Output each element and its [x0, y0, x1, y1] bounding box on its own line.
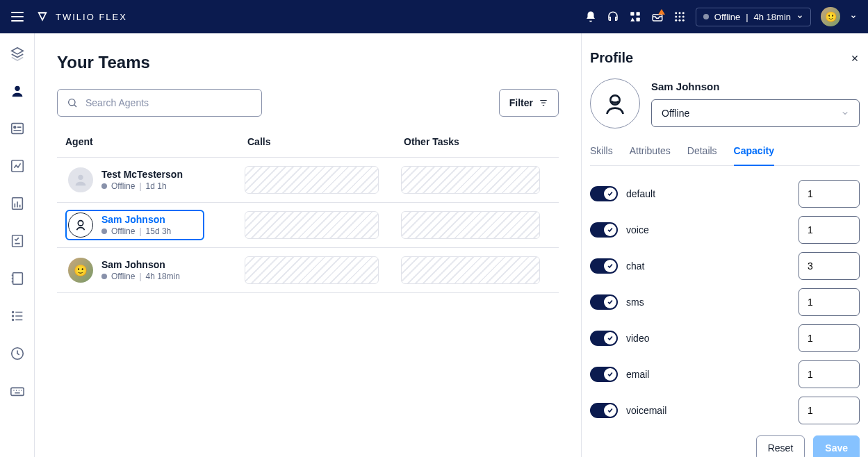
- svg-point-20: [12, 312, 13, 313]
- capacity-toggle[interactable]: [590, 222, 618, 238]
- nav-queues-icon[interactable]: [10, 121, 25, 136]
- svg-point-9: [682, 16, 685, 18]
- tab-skills[interactable]: Skills: [590, 141, 613, 166]
- status-dot-icon: [101, 228, 107, 234]
- col-calls: Calls: [247, 136, 404, 147]
- svg-point-15: [13, 126, 15, 128]
- capacity-toggle[interactable]: [590, 367, 618, 382]
- top-bar: TWILIO FLEX Offline | 4h 18min 🙂: [0, 0, 868, 33]
- capacity-label: video: [626, 333, 649, 344]
- svg-point-27: [78, 221, 83, 226]
- agent-status-selector[interactable]: Offline | 4h 18min: [696, 8, 811, 26]
- capacity-row: default: [590, 180, 860, 208]
- nav-history-icon[interactable]: [10, 346, 25, 361]
- svg-point-7: [675, 16, 677, 18]
- profile-status-select[interactable]: Offline: [651, 99, 860, 127]
- capacity-input[interactable]: [799, 397, 860, 424]
- user-avatar[interactable]: 🙂: [821, 7, 840, 26]
- close-icon[interactable]: [850, 53, 860, 63]
- nav-keyboard-icon[interactable]: [10, 383, 25, 399]
- nav-tasks-icon[interactable]: [10, 233, 25, 249]
- capacity-list: default voice chat: [590, 180, 860, 424]
- other-tasks-placeholder: [401, 166, 540, 194]
- svg-point-21: [12, 315, 13, 317]
- col-agent: Agent: [65, 136, 247, 147]
- capacity-toggle[interactable]: [590, 331, 618, 346]
- capacity-input[interactable]: [799, 288, 860, 316]
- capacity-row: voice: [590, 216, 860, 244]
- agent-status: Offline | 1d 1h: [101, 181, 183, 191]
- capacity-input[interactable]: [799, 180, 860, 208]
- apps-grid-icon[interactable]: [673, 10, 686, 23]
- capacity-input[interactable]: [799, 216, 860, 244]
- brand-text: TWILIO FLEX: [56, 12, 127, 22]
- inbox-icon[interactable]: [651, 10, 664, 23]
- page-title: Your Teams: [57, 53, 559, 72]
- svg-point-4: [675, 12, 677, 14]
- capacity-toggle[interactable]: [590, 186, 618, 201]
- nav-layers-icon[interactable]: [10, 46, 25, 61]
- headset-icon[interactable]: [607, 10, 619, 23]
- svg-point-8: [678, 16, 680, 18]
- svg-point-12: [682, 19, 685, 22]
- calls-placeholder: [245, 211, 379, 239]
- avatar-placeholder-icon: [68, 167, 93, 192]
- capacity-toggle[interactable]: [590, 258, 618, 274]
- agent-row[interactable]: Test McTesterson Offline | 1d 1h: [57, 157, 559, 202]
- capacity-toggle[interactable]: [590, 403, 618, 418]
- nav-reports-icon[interactable]: [10, 196, 25, 211]
- svg-point-25: [69, 99, 75, 106]
- svg-point-13: [15, 86, 19, 91]
- capacity-input[interactable]: [799, 324, 860, 352]
- search-input[interactable]: [57, 89, 262, 117]
- svg-point-11: [678, 19, 680, 22]
- search-agents: [57, 89, 262, 117]
- filter-button[interactable]: Filter: [499, 89, 559, 117]
- other-tasks-placeholder: [401, 256, 540, 284]
- notification-indicator-icon: [658, 9, 665, 15]
- agent-status: Offline | 15d 3h: [101, 226, 171, 236]
- agents-table-header: Agent Calls Other Tasks: [57, 136, 559, 157]
- capacity-label: sms: [626, 297, 644, 308]
- bell-icon[interactable]: [584, 10, 597, 23]
- brand: TWILIO FLEX: [36, 10, 127, 23]
- col-other: Other Tasks: [404, 136, 550, 147]
- avatar-chevron-down-icon[interactable]: [850, 13, 857, 20]
- menu-icon[interactable]: [11, 12, 24, 22]
- svg-rect-14: [11, 124, 23, 134]
- agent-status: Offline | 4h 18min: [101, 272, 180, 281]
- svg-rect-0: [630, 12, 634, 15]
- status-sep: |: [746, 12, 748, 22]
- svg-rect-2: [636, 18, 639, 22]
- capacity-label: default: [626, 188, 655, 199]
- filter-label: Filter: [509, 97, 533, 108]
- capacity-row: chat: [590, 252, 860, 280]
- svg-rect-24: [10, 388, 23, 395]
- avatar-photo: 🙂: [68, 258, 93, 283]
- avatar-outline-icon: [68, 213, 93, 238]
- reset-button[interactable]: Reset: [756, 435, 805, 457]
- capacity-input[interactable]: [799, 252, 860, 280]
- calls-placeholder: [245, 166, 379, 194]
- tab-capacity[interactable]: Capacity: [734, 141, 774, 166]
- status-text: Offline: [714, 12, 740, 22]
- nav-analytics-icon[interactable]: [10, 158, 25, 174]
- nav-teams-icon[interactable]: [10, 83, 25, 99]
- agent-row[interactable]: Sam Johnson Offline | 15d 3h: [57, 202, 559, 247]
- dialpad-icon[interactable]: [629, 10, 641, 23]
- capacity-row: sms: [590, 288, 860, 316]
- svg-point-5: [678, 12, 680, 14]
- capacity-toggle[interactable]: [590, 294, 618, 310]
- capacity-row: voicemail: [590, 397, 860, 424]
- tab-details[interactable]: Details: [687, 141, 717, 166]
- nav-contacts-icon[interactable]: [10, 271, 25, 286]
- agent-name: Sam Johnson: [101, 259, 180, 270]
- status-dot-icon: [101, 183, 107, 189]
- agent-row[interactable]: 🙂 Sam Johnson Offline | 4h 18min: [57, 247, 559, 293]
- tab-attributes[interactable]: Attributes: [630, 141, 671, 166]
- svg-point-10: [675, 19, 677, 22]
- nav-list-icon[interactable]: [10, 308, 25, 324]
- svg-rect-19: [13, 273, 22, 285]
- capacity-input[interactable]: [799, 360, 860, 388]
- save-button[interactable]: Save: [813, 435, 860, 457]
